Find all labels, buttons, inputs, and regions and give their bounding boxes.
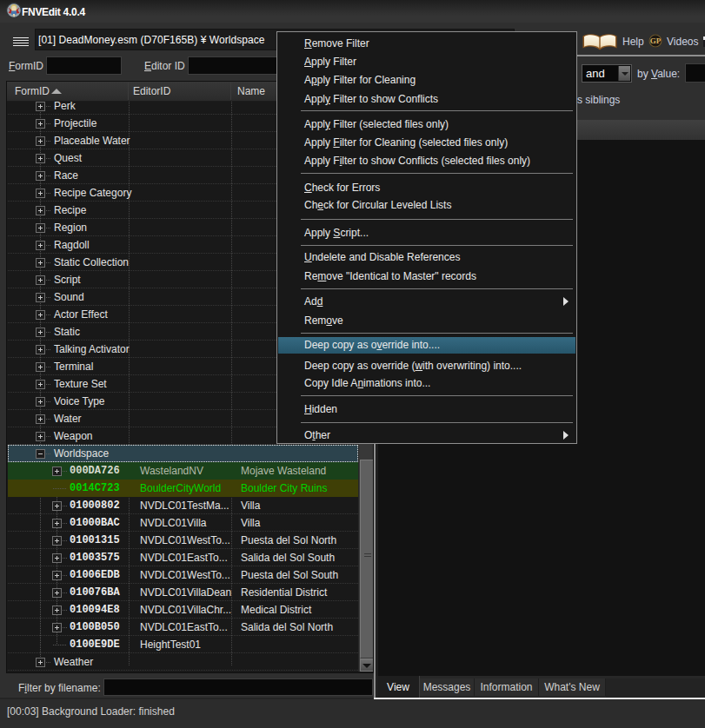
svg-text:GP: GP	[650, 36, 662, 45]
